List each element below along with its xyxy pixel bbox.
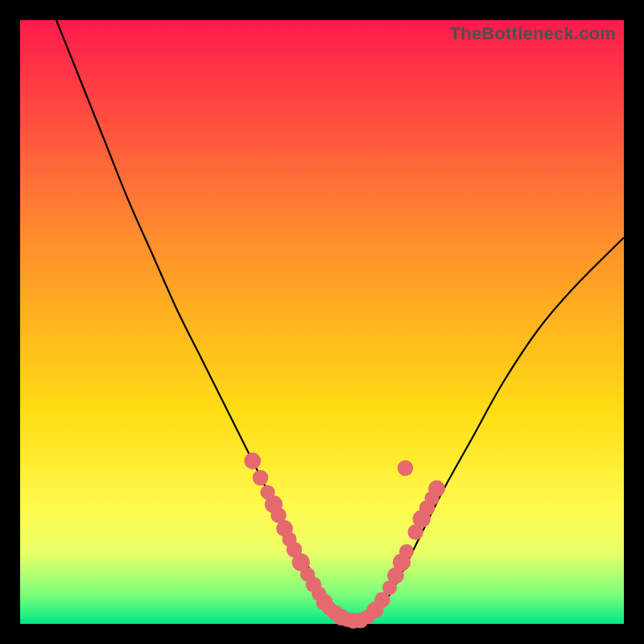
bead-marker [399,544,414,559]
chart-plot [20,20,624,624]
bead-marker [253,470,269,486]
chart-frame: TheBottleneck.com [20,20,624,624]
bead-marker [428,481,445,497]
bead-marker [244,452,261,469]
bottleneck-curve [56,20,624,621]
bead-marker [398,460,414,477]
curve-beads [244,452,445,629]
